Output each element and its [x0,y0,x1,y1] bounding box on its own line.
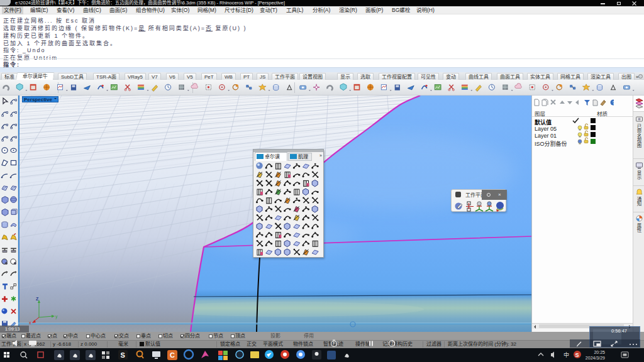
svg-text:?: ? [613,100,614,106]
svg-text:S: S [121,351,125,359]
svg-text:C: C [170,351,175,359]
svg-text:Z: Z [36,297,39,301]
svg-text:y: y [55,314,58,319]
svg-text:x: x [29,321,31,325]
svg-text:中: 中 [564,351,569,358]
svg-text:S: S [575,352,579,358]
